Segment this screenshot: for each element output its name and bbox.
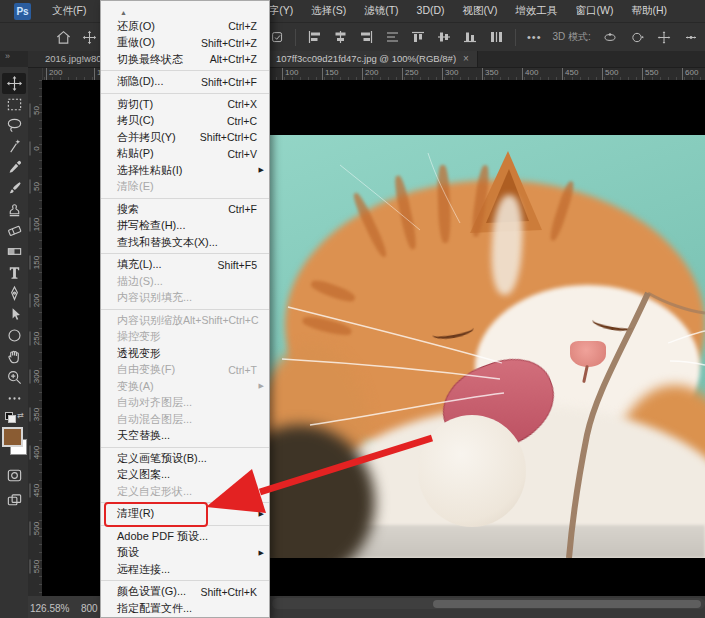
- horizontal-scrollbar[interactable]: [272, 598, 705, 609]
- more-options-icon[interactable]: •••: [527, 31, 542, 43]
- tab-label: 107ff3cc09d21fd47c.jpg @ 100%(RGB/8#): [276, 53, 456, 64]
- horizontal-scrollbar-thumb[interactable]: [433, 600, 701, 608]
- 3d-roll-icon[interactable]: [629, 30, 645, 45]
- menu-item[interactable]: 还原(O)Ctrl+Z: [101, 18, 269, 35]
- menubar-item[interactable]: 选择(S): [307, 2, 350, 20]
- menu-item[interactable]: 选择性粘贴(I)▶: [101, 162, 269, 179]
- ruler-label: 200: [30, 294, 41, 308]
- menu-item[interactable]: 自由变换(F)Ctrl+T: [101, 362, 269, 379]
- hand-tool-icon[interactable]: [2, 346, 26, 367]
- menu-item-label: 内容识别填充...: [117, 290, 192, 305]
- default-colors-icon[interactable]: ⇄: [3, 411, 25, 425]
- menu-item-label: 自动混合图层...: [117, 412, 192, 427]
- menubar-item[interactable]: 视图(V): [459, 2, 502, 20]
- menubar-item[interactable]: 帮助(H): [628, 2, 672, 20]
- align-middle-icon[interactable]: [437, 30, 452, 44]
- menu-item[interactable]: 透视变形: [101, 345, 269, 362]
- gradient-tool-icon[interactable]: [2, 241, 26, 262]
- menubar-item[interactable]: 文件(F): [48, 2, 90, 20]
- menu-scroll-up-icon[interactable]: ▲: [101, 7, 269, 18]
- twig-branch: [648, 293, 705, 313]
- menu-item[interactable]: 查找和替换文本(X)...: [101, 234, 269, 251]
- ellipse-shape-tool-icon[interactable]: [2, 325, 26, 346]
- menu-item[interactable]: 清理(R)▶: [101, 506, 269, 523]
- pen-tool-icon[interactable]: [2, 283, 26, 304]
- rectangular-marquee-tool-icon[interactable]: [2, 94, 26, 115]
- document-tab-active[interactable]: 107ff3cc09d21fd47c.jpg @ 100%(RGB/8#) ×: [268, 50, 478, 67]
- ruler-label: 500: [602, 68, 618, 80]
- menu-item[interactable]: 重做(O)Shift+Ctrl+Z: [101, 35, 269, 52]
- menu-item[interactable]: 描边(S)...: [101, 273, 269, 290]
- menubar-item[interactable]: 滤镜(T): [360, 2, 402, 20]
- vertical-ruler[interactable]: 50050100150200250300350400450500550: [28, 80, 42, 596]
- edit-toolbar-tool-icon[interactable]: [2, 388, 26, 409]
- menu-item-shortcut: Alt+Shift+Ctrl+C: [183, 314, 259, 326]
- photoshop-logo-icon[interactable]: Ps: [14, 3, 31, 20]
- menu-item[interactable]: 天空替换...: [101, 428, 269, 445]
- submenu-arrow-icon: ▶: [259, 510, 264, 518]
- clone-stamp-tool-icon[interactable]: [2, 199, 26, 220]
- menu-item[interactable]: 定义自定形状...: [101, 483, 269, 500]
- tab-overflow-icon[interactable]: »: [5, 51, 10, 61]
- menu-item[interactable]: 内容识别填充...: [101, 290, 269, 307]
- document-canvas-cat-photo[interactable]: [270, 135, 705, 558]
- align-justify-icon[interactable]: [385, 30, 400, 44]
- menu-item[interactable]: 颜色设置(G)...Shift+Ctrl+K: [101, 584, 269, 601]
- 3d-slide-icon[interactable]: [683, 30, 699, 45]
- menu-item[interactable]: 变换(A)▶: [101, 378, 269, 395]
- move-tool-options-icon[interactable]: [82, 30, 97, 45]
- align-top-icon[interactable]: [411, 30, 426, 44]
- distribute-icon[interactable]: [489, 30, 504, 44]
- menu-item[interactable]: 粘贴(P)Ctrl+V: [101, 146, 269, 163]
- zoom-tool-icon[interactable]: [2, 367, 26, 388]
- menu-item-label: 天空替换...: [117, 428, 170, 443]
- align-center-horizontal-icon[interactable]: [333, 30, 348, 44]
- photoshop-window: 200150100150200250300350400450500550600 …: [0, 0, 705, 618]
- align-right-icon[interactable]: [359, 30, 374, 44]
- menu-item[interactable]: 剪切(T)Ctrl+X: [101, 96, 269, 113]
- align-options-icon[interactable]: [271, 31, 284, 44]
- menu-item[interactable]: 搜索Ctrl+F: [101, 201, 269, 218]
- eraser-tool-icon[interactable]: [2, 220, 26, 241]
- quick-mask-icon[interactable]: [2, 465, 26, 486]
- 3d-pan-icon[interactable]: [656, 30, 672, 45]
- menubar-item[interactable]: 增效工具: [512, 2, 562, 20]
- menu-item[interactable]: 拼写检查(H)...: [101, 218, 269, 235]
- brush-tool-icon[interactable]: [2, 178, 26, 199]
- close-tab-icon[interactable]: ×: [463, 53, 469, 64]
- menu-item[interactable]: Adobe PDF 预设...: [101, 528, 269, 545]
- home-icon[interactable]: [55, 29, 72, 46]
- screen-mode-icon[interactable]: [2, 490, 26, 511]
- zoom-level[interactable]: 126.58%: [30, 603, 69, 614]
- menu-item[interactable]: 自动对齐图层...: [101, 395, 269, 412]
- menu-item[interactable]: 切换最终状态Alt+Ctrl+Z: [101, 51, 269, 68]
- quick-selection-tool-icon[interactable]: [2, 136, 26, 157]
- menu-item[interactable]: 远程连接...: [101, 561, 269, 578]
- menu-item[interactable]: 清除(E): [101, 179, 269, 196]
- menu-item[interactable]: 合并拷贝(Y)Shift+Ctrl+C: [101, 129, 269, 146]
- lasso-tool-icon[interactable]: [2, 115, 26, 136]
- eyedropper-tool-icon[interactable]: [2, 157, 26, 178]
- menu-item[interactable]: 定义图案...: [101, 467, 269, 484]
- menu-item[interactable]: 预设▶: [101, 545, 269, 562]
- 3d-orbit-icon[interactable]: [602, 30, 618, 45]
- path-selection-tool-icon[interactable]: [2, 304, 26, 325]
- menubar-item[interactable]: 窗口(W): [572, 2, 618, 20]
- menu-item[interactable]: 自动混合图层...: [101, 411, 269, 428]
- menu-item[interactable]: 内容识别缩放Alt+Shift+Ctrl+C: [101, 312, 269, 329]
- menu-item-label: 定义图案...: [117, 467, 170, 482]
- menu-item[interactable]: 操控变形: [101, 329, 269, 346]
- foreground-color-swatch[interactable]: [2, 427, 23, 447]
- menu-item[interactable]: 填充(L)...Shift+F5: [101, 257, 269, 274]
- move-tool-icon[interactable]: [2, 73, 26, 94]
- align-bottom-icon[interactable]: [463, 30, 478, 44]
- menu-item[interactable]: 定义画笔预设(B)...: [101, 450, 269, 467]
- menu-item[interactable]: 指定配置文件...: [101, 600, 269, 617]
- align-left-icon[interactable]: [307, 30, 322, 44]
- menu-item[interactable]: 拷贝(C)Ctrl+C: [101, 113, 269, 130]
- menubar-item[interactable]: 3D(D): [413, 2, 449, 20]
- type-tool-icon[interactable]: [2, 262, 26, 283]
- ruler-label: 250: [30, 332, 41, 346]
- swap-colors-icon[interactable]: ⇄: [17, 411, 24, 420]
- menu-item[interactable]: 渐隐(D)...Shift+Ctrl+F: [101, 74, 269, 91]
